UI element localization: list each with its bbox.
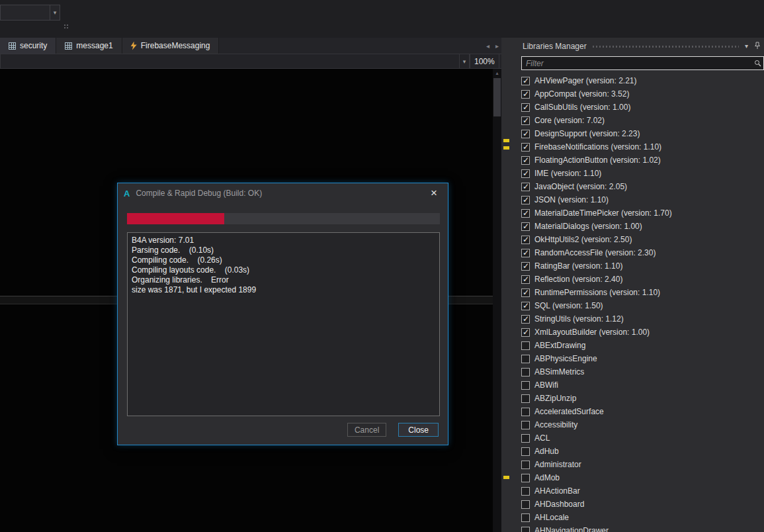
library-checkbox[interactable] — [521, 315, 530, 324]
library-list-item[interactable]: AHDashboard — [521, 498, 761, 511]
change-marker — [503, 139, 509, 142]
library-checkbox[interactable] — [521, 183, 530, 191]
editor-tab[interactable]: FirebaseMessaging — [122, 38, 220, 54]
library-checkbox[interactable] — [521, 169, 530, 178]
library-list-item[interactable]: XmlLayoutBuilder (version: 1.00) — [521, 326, 761, 339]
library-checkbox[interactable] — [521, 288, 530, 297]
library-checkbox[interactable] — [521, 408, 530, 416]
compile-log: B4A version: 7.01 Parsing code. (0.10s) … — [127, 232, 440, 416]
library-list-item[interactable]: Administrator — [521, 458, 761, 471]
scrollbar-thumb[interactable] — [493, 78, 501, 116]
library-list-item[interactable]: JavaObject (version: 2.05) — [521, 180, 761, 193]
tab-icon — [65, 42, 72, 50]
library-list-item[interactable]: AHViewPager (version: 2.21) — [521, 74, 761, 87]
library-list-item[interactable]: AdHub — [521, 445, 761, 458]
library-list-item[interactable]: AcceleratedSurface — [521, 405, 761, 418]
library-list-item[interactable]: ABExtDrawing — [521, 339, 761, 352]
library-filter-input[interactable] — [522, 59, 754, 68]
library-checkbox[interactable] — [521, 447, 530, 456]
chevron-down-icon[interactable]: ▾ — [459, 54, 469, 68]
library-label: AdMob — [534, 473, 560, 482]
library-checkbox[interactable] — [521, 461, 530, 469]
library-list-item[interactable]: RandomAccessFile (version: 2.30) — [521, 246, 761, 259]
library-list-item[interactable]: FirebaseNotifications (version: 1.10) — [521, 140, 761, 154]
library-checkbox[interactable] — [521, 103, 530, 112]
library-list-item[interactable]: AHLocale — [521, 511, 761, 524]
library-checkbox[interactable] — [521, 156, 530, 165]
tab-scroll-right-icon[interactable]: ▸ — [495, 42, 499, 50]
tab-label: security — [20, 41, 47, 50]
library-list-item[interactable]: SQL (version: 1.50) — [521, 299, 761, 312]
top-strip: ▾ — [0, 0, 764, 38]
library-checkbox[interactable] — [521, 355, 530, 363]
library-checkbox[interactable] — [521, 434, 530, 443]
close-button[interactable]: Close — [398, 423, 439, 437]
library-list-item[interactable]: MaterialDateTimePicker (version: 1.70) — [521, 206, 761, 220]
library-checkbox[interactable] — [521, 236, 530, 244]
library-label: AdHub — [534, 447, 559, 456]
library-list-item[interactable]: Accessibility — [521, 418, 761, 431]
panel-title: Libraries Manager — [523, 42, 587, 51]
library-list-item[interactable]: ABWifi — [521, 378, 761, 392]
library-checkbox[interactable] — [521, 222, 530, 231]
dialog-titlebar[interactable]: A Compile & Rapid Debug (Build: OK) × — [118, 183, 448, 203]
library-checkbox[interactable] — [521, 421, 530, 429]
library-checkbox[interactable] — [521, 368, 530, 377]
ide-window: ▾ security message1 FirebaseMessaging ◂ … — [0, 0, 764, 532]
library-list-item[interactable]: ABSimMetrics — [521, 365, 761, 378]
library-list-item[interactable]: AppCompat (version: 3.52) — [521, 87, 761, 101]
library-list-item[interactable]: AHNavigationDrawer — [521, 524, 761, 532]
library-list-item[interactable]: CallSubUtils (version: 1.00) — [521, 101, 761, 114]
library-list-item[interactable]: FloatingActionButton (version: 1.02) — [521, 154, 761, 167]
library-checkbox[interactable] — [521, 527, 530, 532]
library-list-item[interactable]: DesignSupport (version: 2.23) — [521, 127, 761, 140]
library-label: Administrator — [534, 460, 581, 469]
library-checkbox[interactable] — [521, 474, 530, 482]
library-checkbox[interactable] — [521, 394, 530, 403]
library-list-item[interactable]: Core (version: 7.02) — [521, 114, 761, 127]
library-checkbox[interactable] — [521, 500, 530, 509]
library-checkbox[interactable] — [521, 513, 530, 522]
chevron-down-icon[interactable]: ▾ — [50, 5, 60, 20]
top-combobox[interactable]: ▾ — [0, 5, 60, 21]
library-list-item[interactable]: IME (version: 1.10) — [521, 167, 761, 180]
library-list-item[interactable]: ACL — [521, 431, 761, 445]
module-combobox[interactable]: ▾ — [0, 54, 470, 69]
library-checkbox[interactable] — [521, 77, 530, 85]
editor-tab[interactable]: message1 — [56, 38, 122, 54]
library-list-item[interactable]: StringUtils (version: 1.12) — [521, 312, 761, 326]
library-checkbox[interactable] — [521, 90, 530, 99]
library-checkbox[interactable] — [521, 487, 530, 496]
library-checkbox[interactable] — [521, 249, 530, 257]
library-list-item[interactable]: ABPhysicsEngine — [521, 352, 761, 365]
zoom-value: 100% — [474, 57, 495, 66]
pin-icon[interactable] — [754, 40, 761, 52]
tab-scroll-left-icon[interactable]: ◂ — [486, 42, 489, 50]
library-list-item[interactable]: Reflection (version: 2.40) — [521, 273, 761, 286]
library-checkbox[interactable] — [521, 196, 530, 204]
library-checkbox[interactable] — [521, 328, 530, 337]
library-list-item[interactable]: RuntimePermissions (version: 1.10) — [521, 286, 761, 299]
library-checkbox[interactable] — [521, 341, 530, 350]
library-checkbox[interactable] — [521, 381, 530, 390]
library-checkbox[interactable] — [521, 275, 530, 284]
scroll-up-icon[interactable]: ▴ — [493, 69, 501, 77]
library-list-item[interactable]: MaterialDialogs (version: 1.00) — [521, 220, 761, 233]
close-icon[interactable]: × — [426, 185, 442, 201]
library-list-item[interactable]: AdMob — [521, 471, 761, 484]
library-checkbox[interactable] — [521, 302, 530, 310]
library-list-item[interactable]: RatingBar (version: 1.10) — [521, 259, 761, 273]
library-list-item[interactable]: JSON (version: 1.10) — [521, 193, 761, 206]
editor-vertical-scrollbar[interactable]: ▴ — [493, 69, 501, 532]
editor-tab[interactable]: security — [0, 38, 56, 54]
library-checkbox[interactable] — [521, 143, 530, 152]
library-checkbox[interactable] — [521, 209, 530, 218]
library-checkbox[interactable] — [521, 262, 530, 271]
cancel-button[interactable]: Cancel — [347, 423, 386, 437]
library-list-item[interactable]: OkHttpUtils2 (version: 2.50) — [521, 233, 761, 246]
library-list-item[interactable]: ABZipUnzip — [521, 392, 761, 405]
library-list-item[interactable]: AHActionBar — [521, 484, 761, 498]
library-checkbox[interactable] — [521, 130, 530, 138]
panel-menu-icon[interactable]: ▾ — [745, 42, 748, 50]
library-checkbox[interactable] — [521, 116, 530, 125]
